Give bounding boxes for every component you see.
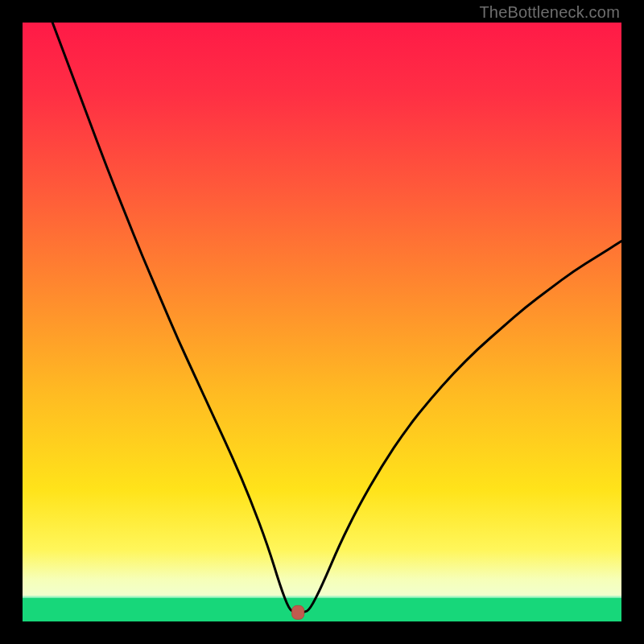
chart-svg <box>23 23 621 621</box>
plot-area <box>23 23 621 621</box>
optimum-marker <box>292 605 304 619</box>
gradient-bg <box>23 23 621 621</box>
chart-frame: TheBottleneck.com <box>0 0 644 644</box>
green-band <box>23 597 621 621</box>
green-band-edge <box>23 596 621 598</box>
watermark-text: TheBottleneck.com <box>479 3 620 22</box>
